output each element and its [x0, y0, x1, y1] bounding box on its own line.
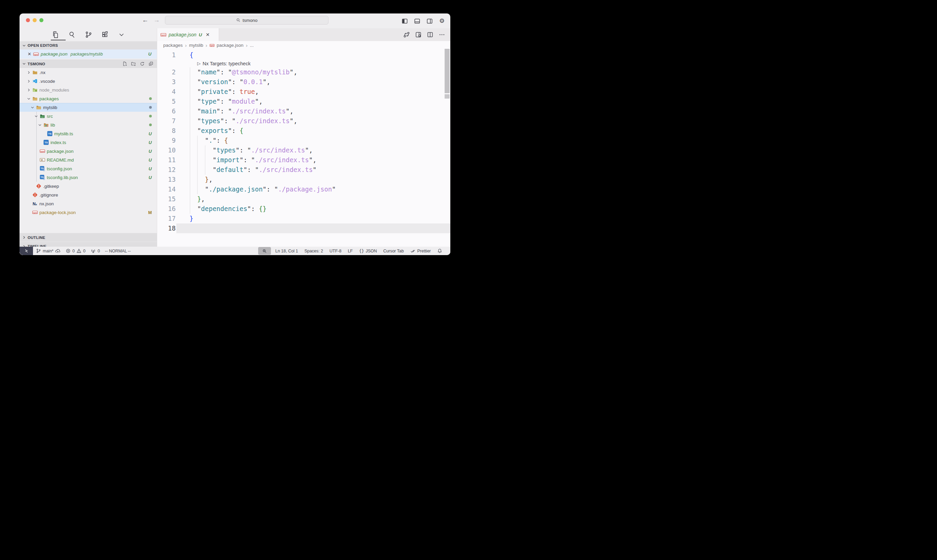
breadcrumb-item[interactable]: packages	[163, 43, 183, 48]
code-line-8[interactable]: 8 "exports": {	[157, 126, 450, 135]
collapse-all-icon[interactable]	[148, 61, 154, 66]
breadcrumb-item[interactable]: ...	[250, 43, 254, 48]
outline-section-header[interactable]: OUTLINE	[20, 233, 157, 242]
toggle-panel-icon[interactable]	[413, 17, 421, 25]
more-views-chevron-icon[interactable]	[118, 31, 125, 38]
toggle-primary-sidebar-icon[interactable]	[401, 17, 408, 25]
status-item-prettier[interactable]: Prettier	[410, 248, 431, 254]
tree-item-.vscode[interactable]: .vscode	[20, 77, 157, 86]
tree-item-mytslib[interactable]: mytslib	[20, 103, 157, 112]
tree-item-.nx[interactable]: .nx	[20, 68, 157, 77]
code-line-3[interactable]: 3 "version": "0.0.1",	[157, 77, 450, 87]
tree-item-nx.json[interactable]: Nxnx.json	[20, 199, 157, 208]
code-line-18[interactable]: 18	[157, 223, 450, 233]
chevron-right-icon[interactable]	[27, 79, 31, 83]
explorer-files-icon[interactable]	[52, 31, 59, 38]
chevron-down-icon	[22, 62, 26, 66]
search-panel-icon[interactable]	[68, 31, 76, 38]
status-item--normal-[interactable]: -- NORMAL --	[105, 249, 131, 254]
open-changes-icon[interactable]	[403, 31, 410, 38]
remote-indicator[interactable]	[20, 247, 33, 255]
chevron-down-icon[interactable]	[38, 123, 42, 127]
code-line-1[interactable]: 1{	[157, 50, 450, 60]
tree-item-src[interactable]: <>src	[20, 112, 157, 120]
chevron-down-icon[interactable]	[27, 97, 31, 101]
close-icon[interactable]: ✕	[28, 51, 31, 57]
code-line-15[interactable]: 15 },	[157, 194, 450, 204]
command-center-search[interactable]: tsmono	[165, 16, 328, 25]
open-preview-icon[interactable]	[415, 31, 422, 38]
status-item-lf[interactable]: LF	[348, 249, 353, 254]
breadcrumb-item[interactable]: package.json	[217, 43, 244, 48]
tree-item-node_modules[interactable]: node_modules	[20, 86, 157, 94]
source-control-icon[interactable]	[85, 31, 92, 38]
code-line-9[interactable]: 9 ".": {	[157, 135, 450, 145]
code-line-11[interactable]: 11 "import": "./src/index.ts",	[157, 155, 450, 165]
status-item-utf-8[interactable]: UTF-8	[329, 249, 341, 254]
open-editors-header[interactable]: OPEN EDITORS	[20, 41, 157, 49]
tree-item-packages[interactable]: packages	[20, 94, 157, 103]
tab-package-json[interactable]: npm package.json U ✕	[157, 28, 219, 41]
refresh-icon[interactable]	[140, 61, 145, 66]
tree-item-package-lock.json[interactable]: npmpackage-lock.jsonM	[20, 208, 157, 217]
tree-item-package.json[interactable]: npmpackage.jsonU	[20, 147, 157, 155]
tree-item-mytslib.ts[interactable]: TSmytslib.tsU	[20, 129, 157, 138]
minimize-window-button[interactable]	[33, 18, 37, 22]
code-line-16[interactable]: 16 "dependencies": {}	[157, 204, 450, 214]
status-item-main-[interactable]: main*	[36, 248, 61, 254]
code-line-17[interactable]: 17}	[157, 214, 450, 223]
status-item-json[interactable]: {}JSON	[359, 249, 377, 254]
extensions-icon[interactable]	[101, 31, 109, 38]
status-item-ln-18-col-1[interactable]: Ln 18, Col 1	[275, 249, 298, 254]
chevron-right-icon[interactable]	[27, 88, 31, 92]
status-item-cursor-tab[interactable]: Cursor Tab	[383, 249, 404, 254]
breadcrumb-item[interactable]: mytslib	[189, 43, 203, 48]
code-line-5[interactable]: 5 "type": "module",	[157, 97, 450, 106]
more-actions-icon[interactable]	[438, 31, 445, 38]
code-line-7[interactable]: 7 "types": "./src/index.ts",	[157, 116, 450, 126]
code-line-4[interactable]: 4 "private": true,	[157, 87, 450, 97]
status-item-0[interactable]: 0	[91, 248, 100, 254]
codelens[interactable]: ▷Nx Targets: typecheck	[157, 60, 450, 67]
tree-item-README.md[interactable]: M↓README.mdU	[20, 155, 157, 164]
tree-item-.gitignore[interactable]: .gitignore	[20, 191, 157, 199]
tree-item-index.ts[interactable]: TSindex.tsU	[20, 138, 157, 147]
status-item-spaces-2[interactable]: Spaces: 2	[304, 249, 323, 254]
run-play-icon[interactable]: ▷	[197, 60, 201, 67]
code-line-6[interactable]: 6 "main": "./src/index.ts",	[157, 106, 450, 116]
navigate-forward-button[interactable]: →	[154, 17, 160, 24]
tree-item-tsconfig.json[interactable]: TS⚙tsconfig.jsonU	[20, 164, 157, 173]
code-line-10[interactable]: 10 "types": "./src/index.ts",	[157, 145, 450, 155]
search-value: tsmono	[243, 18, 257, 23]
navigate-back-button[interactable]: ←	[142, 17, 148, 24]
new-folder-icon[interactable]	[131, 61, 136, 66]
tree-item-lib[interactable]: lib	[20, 120, 157, 129]
maximize-window-button[interactable]	[39, 18, 43, 22]
screencast-zoom-indicator[interactable]	[258, 247, 271, 255]
chevron-right-icon[interactable]	[27, 71, 31, 74]
tree-item-label: package-lock.json	[39, 210, 76, 215]
status-item-0[interactable]: 00	[66, 248, 86, 254]
code-editor[interactable]: 1{▷Nx Targets: typecheck2 "name": "@tsmo…	[157, 49, 450, 233]
code-line-13[interactable]: 13 },	[157, 175, 450, 185]
chevron-down-icon[interactable]	[34, 114, 38, 118]
close-window-button[interactable]	[26, 18, 30, 22]
code-line-2[interactable]: 2 "name": "@tsmono/mytslib",	[157, 67, 450, 77]
code-line-12[interactable]: 12 "default": "./src/index.ts"	[157, 165, 450, 175]
split-editor-icon[interactable]	[427, 31, 434, 38]
tab-close-icon[interactable]: ✕	[206, 32, 210, 37]
tree-item-.gitkeep[interactable]: .gitkeep	[20, 182, 157, 191]
open-editor-item[interactable]: ✕ npm package.json packages/mytslib U	[20, 49, 157, 58]
explorer-section-header[interactable]: TSMONO	[20, 59, 157, 68]
settings-gear-icon[interactable]: ⚙	[438, 17, 446, 25]
toggle-secondary-sidebar-icon[interactable]	[426, 17, 433, 25]
scrollbar[interactable]	[445, 49, 450, 93]
token: ./src/index.ts	[235, 117, 289, 125]
tree-item-tsconfig.lib.json[interactable]: TS⚙tsconfig.lib.jsonU	[20, 173, 157, 182]
indent-guide	[197, 135, 198, 194]
new-file-icon[interactable]	[122, 61, 127, 66]
chevron-down-icon[interactable]	[31, 106, 34, 109]
code-line-14[interactable]: 14 "./package.json": "./package.json"	[157, 185, 450, 194]
line-number: 1	[157, 50, 176, 60]
notifications-bell-icon[interactable]	[437, 248, 442, 254]
